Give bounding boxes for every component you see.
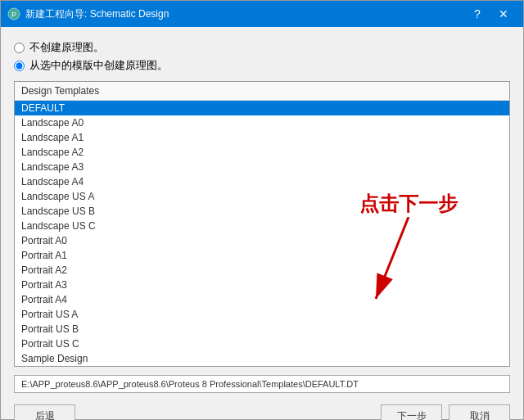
list-header: Design Templates [15, 82, 509, 101]
footer-left: 后退 [14, 404, 374, 420]
list-item[interactable]: Landscape A1 [15, 130, 509, 145]
list-item[interactable]: Portrait US C [15, 336, 509, 351]
app-icon: P [7, 7, 20, 20]
list-item[interactable]: Landscape A2 [15, 145, 509, 160]
template-path: E:\APP_proteus8.6\APP_proteus8.6\Proteus… [14, 375, 510, 393]
footer-buttons: 后退 下一步 取消 [14, 401, 510, 420]
list-item[interactable]: Landscape A4 [15, 174, 509, 189]
radio-group: 不创建原理图。 从选中的模版中创建原理图。 [14, 40, 510, 73]
list-item[interactable]: Landscape US B [15, 204, 509, 219]
list-item[interactable]: Portrait US B [15, 322, 509, 336]
radio-from-template[interactable] [14, 61, 25, 71]
list-item[interactable]: Sample Design [15, 351, 509, 366]
list-item[interactable]: Portrait A3 [15, 278, 509, 292]
help-button[interactable]: ? [464, 1, 490, 27]
list-item[interactable]: Portrait A1 [15, 248, 509, 263]
radio-option-1-label: 不创建原理图。 [29, 40, 104, 55]
close-button[interactable]: ✕ [490, 1, 517, 27]
radio-option-2-label: 从选中的模版中创建原理图。 [29, 58, 168, 73]
window-title: 新建工程向导: Schematic Design [25, 7, 464, 21]
list-item[interactable]: Portrait A0 [15, 233, 509, 248]
window-controls: ? ✕ [464, 1, 517, 27]
radio-no-schematic[interactable] [14, 43, 25, 53]
main-window: P 新建工程向导: Schematic Design ? ✕ 不创建原理图。 从… [0, 0, 524, 420]
radio-option-2[interactable]: 从选中的模版中创建原理图。 [14, 58, 510, 73]
cancel-button[interactable]: 取消 [449, 404, 510, 420]
back-button[interactable]: 后退 [14, 404, 75, 420]
template-list[interactable]: DEFAULTLandscape A0Landscape A1Landscape… [15, 101, 509, 366]
title-bar: P 新建工程向导: Schematic Design ? ✕ [1, 1, 523, 27]
list-item[interactable]: Landscape US A [15, 189, 509, 204]
radio-option-1[interactable]: 不创建原理图。 [14, 40, 510, 55]
list-item[interactable]: Landscape A0 [15, 115, 509, 130]
list-item[interactable]: Portrait A2 [15, 263, 509, 278]
list-item[interactable]: Landscape US C [15, 219, 509, 233]
next-button[interactable]: 下一步 [381, 404, 442, 420]
list-item[interactable]: Portrait A4 [15, 292, 509, 307]
list-item[interactable]: DEFAULT [15, 101, 509, 115]
list-item[interactable]: Landscape A3 [15, 160, 509, 174]
template-list-container: Design Templates DEFAULTLandscape A0Land… [14, 81, 510, 367]
svg-text:P: P [11, 11, 16, 19]
content-area: 不创建原理图。 从选中的模版中创建原理图。 Design Templates D… [1, 27, 523, 420]
dialog-content: 不创建原理图。 从选中的模版中创建原理图。 Design Templates D… [1, 27, 523, 420]
list-item[interactable]: Portrait US A [15, 307, 509, 322]
